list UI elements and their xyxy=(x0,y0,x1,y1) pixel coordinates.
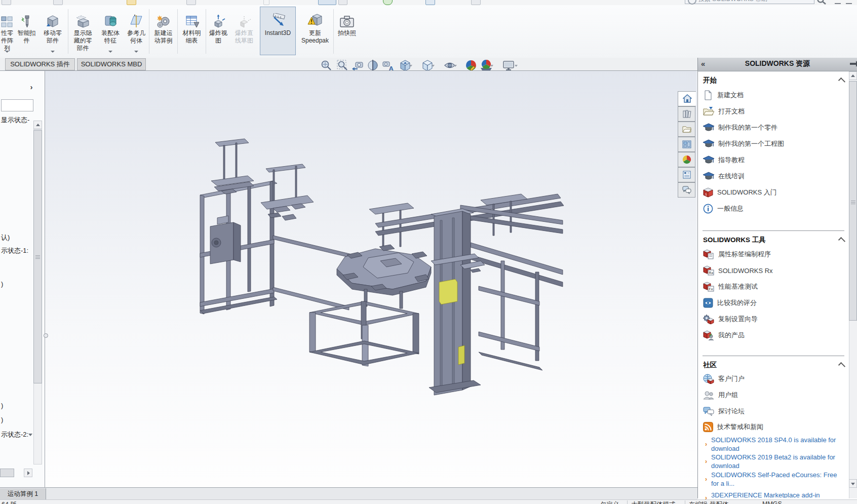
rebuild-qat-icon[interactable] xyxy=(383,0,393,5)
collapse-section-icon[interactable] xyxy=(838,362,845,369)
graphics-area[interactable]: Y X Z xyxy=(45,71,697,487)
ribbon-button-smart-fasteners[interactable]: 智能扣 件 xyxy=(15,7,38,55)
tree-scroll-up-button[interactable] xyxy=(33,121,42,129)
view-settings-caret-icon[interactable] xyxy=(515,65,518,67)
taskpane-tab-custom-properties[interactable] xyxy=(678,167,695,182)
ribbon-button-take-snapshot[interactable]: 拍快照 xyxy=(335,7,359,55)
undo-caret-icon[interactable] xyxy=(263,0,269,5)
search-icon[interactable] xyxy=(816,0,827,5)
tree-item[interactable]: ) xyxy=(1,402,3,409)
status-units[interactable]: MMGS xyxy=(762,500,782,504)
tab-solidworks-addins[interactable]: SOLIDWORKS 插件 xyxy=(5,58,75,70)
ribbon-button-bill-of-materials[interactable]: 材料明 细表 xyxy=(179,7,205,55)
taskpane-item-sw-introduction[interactable]: S SOLIDWORKS 入门 xyxy=(703,186,777,199)
taskpane-item-general-info[interactable]: 一般信息 xyxy=(703,203,744,215)
ribbon-button-reference-geometry[interactable]: 参考几 何体 xyxy=(125,7,148,55)
ribbon-button-move-component[interactable]: 移动零 部件 xyxy=(39,7,66,55)
news-link[interactable]: SOLIDWORKS 2019 Beta2 is available for d… xyxy=(711,453,842,470)
pin-icon[interactable] xyxy=(849,60,857,68)
tab-solidworks-mbd[interactable]: SOLIDWORKS MBD xyxy=(77,58,146,70)
display-state-combo[interactable] xyxy=(1,99,33,111)
taskpane-item-open-document[interactable]: 打开文档 xyxy=(703,105,745,118)
taskpane-tab-resources[interactable] xyxy=(678,91,696,106)
ribbon-button-exploded-view[interactable]: 爆炸视 图 xyxy=(207,7,229,55)
assembly-3d-model[interactable] xyxy=(197,134,567,410)
taskpane-item-tutorials[interactable]: 指导教程 xyxy=(703,154,745,166)
zoom-to-area-icon[interactable] xyxy=(336,59,348,71)
tree-scroll-right-button[interactable] xyxy=(24,469,32,477)
tree-item[interactable]: 示状态-2: xyxy=(1,430,28,439)
taskpane-scroll-down-button[interactable] xyxy=(849,479,857,488)
taskpane-item-compare-score[interactable]: 比较我的评分 xyxy=(703,297,757,309)
restore-button[interactable] xyxy=(846,0,852,4)
news-link[interactable]: 3DEXPERIENCE Marketplace add-in xyxy=(711,491,842,498)
help-search-input[interactable]: 搜索 SOLIDWORKS 帮助 xyxy=(685,0,814,4)
view-settings-icon[interactable] xyxy=(502,59,515,71)
taskpane-tab-forum[interactable] xyxy=(678,182,695,198)
tree-item[interactable]: 认) xyxy=(1,233,10,242)
ribbon-button-assembly-features[interactable]: 装配体 特征 xyxy=(97,7,124,55)
taskpane-item-online-training[interactable]: 在线培训 xyxy=(703,170,745,182)
display-style-caret-icon[interactable] xyxy=(432,65,435,67)
taskpane-item-customer-portal[interactable]: 客户门户 xyxy=(703,373,745,385)
taskpane-item-first-part[interactable]: 制作我的第一个零件 xyxy=(703,122,777,134)
apply-scene-caret-icon[interactable] xyxy=(490,65,493,67)
ribbon-button-show-hidden-components[interactable]: 显示隐 藏的零 部件 xyxy=(69,7,96,55)
taskpane-item-my-products[interactable]: 我的产品 xyxy=(703,329,745,341)
open-qat-icon[interactable] xyxy=(53,0,63,5)
dropdown-caret-icon[interactable] xyxy=(134,51,138,53)
motion-study-tab[interactable]: 运动算例 1 xyxy=(0,488,46,500)
ribbon-button-instant3d[interactable]: Instant3D xyxy=(260,7,296,55)
taskpane-item-property-tab-builder[interactable]: 属性标签编制程序 xyxy=(703,248,771,260)
taskpane-item-first-drawing[interactable]: 制作我的第一个工程图 xyxy=(703,138,784,150)
tree-item[interactable]: 示状态-1: xyxy=(1,246,28,255)
dropdown-caret-icon[interactable] xyxy=(108,51,112,53)
view-orientation-caret-icon[interactable] xyxy=(409,65,412,67)
news-link[interactable]: SOLIDWORKS Self-Paced eCourses: Free for… xyxy=(711,471,842,488)
new-document-qat-icon[interactable] xyxy=(2,0,11,5)
select-tool-qat-icon[interactable] xyxy=(318,0,336,5)
tree-item[interactable]: ) xyxy=(1,280,3,288)
panel-splitter-handle[interactable] xyxy=(44,333,48,338)
tree-item[interactable]: ) xyxy=(1,416,3,423)
section-view-icon[interactable] xyxy=(367,59,379,71)
ribbon-button-update-speedpak[interactable]: 更新 Speedpak xyxy=(298,7,332,55)
dropdown-caret-icon[interactable] xyxy=(5,51,9,53)
item-label: 用户组 xyxy=(718,391,738,400)
taskpane-item-user-groups[interactable]: 用户组 xyxy=(703,389,738,401)
flyout-expand-button[interactable]: › xyxy=(26,82,36,92)
taskpane-tab-design-library[interactable] xyxy=(678,106,695,122)
news-link[interactable]: SOLIDWORKS 2018 SP4.0 is available for d… xyxy=(711,436,842,453)
previous-view-icon[interactable] xyxy=(352,59,364,71)
save-qat-icon[interactable] xyxy=(127,0,136,5)
select-caret-qat-icon[interactable] xyxy=(338,0,347,5)
file-properties-qat-icon[interactable] xyxy=(425,0,435,5)
taskpane-tab-view-palette[interactable] xyxy=(678,137,695,152)
zoom-fit-icon[interactable] xyxy=(320,59,332,71)
taskpane-item-tech-alerts-news[interactable]: 技术警戒和新闻 xyxy=(703,421,763,433)
display-state-caret-icon[interactable] xyxy=(28,434,32,436)
taskpane-item-copy-settings-wizard[interactable]: 复制设置向导 xyxy=(703,313,758,325)
collapse-section-icon[interactable] xyxy=(838,237,845,244)
tree-hscroll-thumb[interactable] xyxy=(0,469,14,477)
hide-show-caret-icon[interactable] xyxy=(454,65,457,67)
dropdown-caret-icon[interactable] xyxy=(51,51,55,53)
tree-item[interactable]: 显示状态- xyxy=(1,115,29,125)
taskpane-scrollbar-thumb[interactable] xyxy=(849,81,857,321)
annotation-view-icon[interactable]: A xyxy=(382,59,394,71)
taskpane-tab-file-explorer[interactable] xyxy=(678,122,695,137)
print-qat-icon[interactable] xyxy=(186,0,196,5)
ribbon-button-linear-component-pattern[interactable]: 性零 件阵 列 xyxy=(0,7,14,55)
edit-appearance-icon[interactable] xyxy=(465,59,477,71)
taskpane-tab-appearances[interactable] xyxy=(678,152,695,167)
minimize-button[interactable] xyxy=(835,0,841,4)
taskpane-item-performance-benchmark[interactable]: Fx 性能基准测试 xyxy=(703,281,758,293)
taskpane-item-solidworks-rx[interactable]: Rx SOLIDWORKS Rx xyxy=(703,264,773,277)
tree-scrollbar-thumb[interactable] xyxy=(33,130,42,383)
collapse-section-icon[interactable] xyxy=(838,77,845,85)
taskpane-item-discussion-forum[interactable]: 探讨论坛 xyxy=(703,405,745,417)
taskpane-item-new-document[interactable]: 新建文档 xyxy=(703,89,744,101)
taskpane-scroll-up-button[interactable] xyxy=(849,71,857,80)
ribbon-button-new-motion-study[interactable]: 新建运 动算例 xyxy=(150,7,176,55)
options-gear-qat-icon[interactable] xyxy=(471,0,481,5)
